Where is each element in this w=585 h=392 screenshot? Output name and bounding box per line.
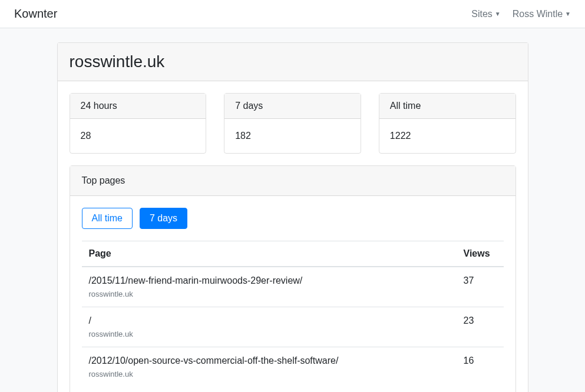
site-card: rosswintle.uk 24 hours 28 7 days 182 All…: [57, 42, 528, 392]
column-views: Views: [457, 241, 504, 267]
navbar: Kownter Sites ▼ Ross Wintle ▼: [0, 0, 585, 28]
table-header-row: Page Views: [82, 241, 504, 267]
top-pages-header: Top pages: [70, 166, 515, 196]
stat-label: 7 days: [224, 94, 361, 119]
filter-buttons: All time 7 days: [82, 208, 504, 229]
stat-card-7d: 7 days 182: [224, 93, 361, 154]
stat-card-alltime: All time 1222: [379, 93, 516, 154]
page-cell: /2012/10/open-source-vs-commercial-off-t…: [82, 347, 457, 387]
views-cell: 23: [457, 307, 504, 347]
page-cell: / rosswintle.uk: [82, 307, 457, 347]
page-domain: rosswintle.uk: [89, 370, 450, 378]
sites-label: Sites: [471, 9, 493, 19]
page-path[interactable]: /2015/11/new-friend-marin-muirwoods-29er…: [89, 275, 450, 286]
brand-logo[interactable]: Kownter: [14, 7, 57, 21]
site-card-body: 24 hours 28 7 days 182 All time 1222 Top…: [58, 81, 528, 392]
nav-right: Sites ▼ Ross Wintle ▼: [471, 9, 571, 19]
main-container: rosswintle.uk 24 hours 28 7 days 182 All…: [57, 28, 528, 392]
filter-all-time-button[interactable]: All time: [82, 208, 133, 229]
table-row: / rosswintle.uk 23: [82, 307, 504, 347]
stat-label: 24 hours: [70, 94, 206, 119]
page-cell: /2015/11/new-friend-marin-muirwoods-29er…: [82, 267, 457, 307]
stat-value: 182: [224, 119, 361, 153]
table-row: /2012/10/open-source-vs-commercial-off-t…: [82, 347, 504, 387]
page-path[interactable]: /: [89, 315, 450, 326]
page-path[interactable]: /2012/10/open-source-vs-commercial-off-t…: [89, 356, 450, 366]
chevron-down-icon: ▼: [565, 11, 571, 17]
views-cell: 37: [457, 267, 504, 307]
top-pages-card: Top pages All time 7 days Page Views: [70, 165, 516, 392]
column-page: Page: [82, 241, 457, 267]
stat-value: 1222: [379, 119, 515, 153]
sites-dropdown[interactable]: Sites ▼: [471, 9, 500, 19]
page-domain: rosswintle.uk: [89, 290, 450, 298]
user-label: Ross Wintle: [513, 9, 563, 19]
filter-7days-button[interactable]: 7 days: [140, 208, 187, 229]
table-row: /2015/11/new-friend-marin-muirwoods-29er…: [82, 267, 504, 307]
user-dropdown[interactable]: Ross Wintle ▼: [513, 9, 571, 19]
stat-card-24h: 24 hours 28: [70, 93, 207, 154]
stat-label: All time: [379, 94, 515, 119]
chevron-down-icon: ▼: [495, 11, 501, 17]
site-header: rosswintle.uk: [58, 43, 528, 81]
top-pages-table: Page Views /2015/11/new-friend-marin-mui…: [82, 241, 504, 387]
top-pages-body: All time 7 days Page Views: [70, 196, 515, 392]
stat-value: 28: [70, 119, 206, 153]
views-cell: 16: [457, 347, 504, 387]
stats-row: 24 hours 28 7 days 182 All time 1222: [58, 81, 528, 165]
site-title: rosswintle.uk: [70, 52, 516, 71]
page-domain: rosswintle.uk: [89, 330, 450, 338]
